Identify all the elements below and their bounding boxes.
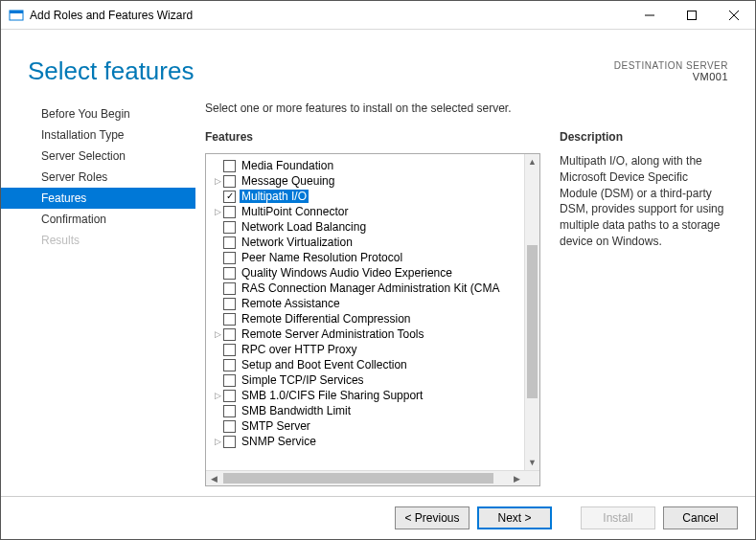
- feature-item[interactable]: ▷MultiPoint Connector: [206, 204, 524, 219]
- feature-item[interactable]: SMTP Server: [206, 418, 524, 434]
- feature-label[interactable]: Simple TCP/IP Services: [240, 373, 366, 387]
- previous-button[interactable]: < Previous: [395, 506, 470, 529]
- horizontal-scrollbar[interactable]: ◀ ▶: [206, 470, 539, 485]
- feature-checkbox[interactable]: [223, 313, 236, 326]
- feature-item[interactable]: Peer Name Resolution Protocol: [206, 250, 524, 265]
- destination-name: VM001: [614, 71, 728, 82]
- expander-icon[interactable]: ▷: [212, 207, 223, 216]
- description-heading: Description: [560, 130, 728, 144]
- vertical-scrollbar[interactable]: ▲ ▼: [524, 154, 539, 470]
- scroll-up-arrow[interactable]: ▲: [525, 154, 539, 169]
- expander-icon[interactable]: ▷: [212, 329, 223, 339]
- feature-label[interactable]: Message Queuing: [240, 174, 336, 188]
- destination-label: DESTINATION SERVER: [614, 60, 728, 71]
- description-text: Multipath I/O, along with the Microsoft …: [560, 153, 728, 250]
- horizontal-scroll-thumb[interactable]: [223, 473, 493, 484]
- feature-label[interactable]: Remote Server Administration Tools: [240, 327, 426, 341]
- feature-label[interactable]: SMB 1.0/CIFS File Sharing Support: [240, 389, 424, 402]
- feature-item[interactable]: RPC over HTTP Proxy: [206, 342, 524, 357]
- expander-icon[interactable]: ▷: [212, 176, 223, 186]
- nav-installation-type[interactable]: Installation Type: [1, 124, 195, 146]
- feature-item[interactable]: SMB Bandwidth Limit: [206, 403, 524, 418]
- feature-checkbox[interactable]: [223, 267, 236, 280]
- feature-label[interactable]: Setup and Boot Event Collection: [240, 358, 409, 371]
- maximize-button[interactable]: [671, 1, 713, 30]
- window-title: Add Roles and Features Wizard: [30, 9, 193, 22]
- feature-label[interactable]: SNMP Service: [240, 435, 318, 448]
- feature-label[interactable]: SMTP Server: [240, 419, 312, 433]
- feature-label[interactable]: Quality Windows Audio Video Experience: [240, 266, 454, 280]
- feature-item[interactable]: Network Load Balancing: [206, 219, 524, 235]
- feature-checkbox[interactable]: [223, 436, 236, 448]
- feature-label[interactable]: RAS Connection Manager Administration Ki…: [240, 281, 501, 295]
- feature-checkbox[interactable]: [223, 374, 236, 387]
- feature-label[interactable]: Peer Name Resolution Protocol: [240, 251, 404, 264]
- feature-item[interactable]: Remote Assistance: [206, 296, 524, 311]
- feature-label[interactable]: Remote Differential Compression: [240, 312, 413, 326]
- feature-item[interactable]: ▷SNMP Service: [206, 434, 524, 449]
- scroll-down-arrow[interactable]: ▼: [525, 455, 539, 470]
- expander-icon[interactable]: ▷: [212, 437, 223, 446]
- feature-label[interactable]: MultiPoint Connector: [240, 205, 350, 218]
- feature-item[interactable]: Remote Differential Compression: [206, 311, 524, 326]
- feature-label[interactable]: RPC over HTTP Proxy: [240, 343, 358, 356]
- feature-item[interactable]: RAS Connection Manager Administration Ki…: [206, 281, 524, 296]
- feature-label[interactable]: Network Load Balancing: [240, 220, 368, 234]
- feature-checkbox[interactable]: [223, 298, 236, 310]
- svg-rect-3: [688, 11, 697, 19]
- destination-server-block: DESTINATION SERVER VM001: [614, 56, 728, 82]
- feature-checkbox[interactable]: [223, 420, 236, 433]
- button-bar: < Previous Next > Install Cancel: [1, 496, 755, 539]
- feature-item[interactable]: ▷Message Queuing: [206, 173, 524, 189]
- features-tree[interactable]: Media Foundation▷Message QueuingMultipat…: [205, 153, 540, 486]
- close-button[interactable]: [713, 1, 755, 30]
- nav-server-selection[interactable]: Server Selection: [1, 146, 195, 167]
- app-icon: [9, 8, 24, 23]
- feature-label[interactable]: Network Virtualization: [240, 236, 355, 249]
- next-button[interactable]: Next >: [477, 506, 552, 529]
- scroll-left-arrow[interactable]: ◀: [206, 471, 221, 486]
- feature-item[interactable]: Media Foundation: [206, 158, 524, 173]
- feature-checkbox[interactable]: [223, 390, 236, 402]
- feature-item[interactable]: Network Virtualization: [206, 235, 524, 250]
- nav-server-roles[interactable]: Server Roles: [1, 167, 195, 188]
- expander-icon[interactable]: ▷: [212, 391, 223, 400]
- nav-results: Results: [1, 230, 195, 251]
- feature-checkbox[interactable]: [223, 236, 236, 249]
- nav-features[interactable]: Features: [1, 188, 195, 209]
- feature-checkbox[interactable]: [223, 344, 236, 356]
- nav-before-you-begin[interactable]: Before You Begin: [1, 103, 195, 124]
- feature-item[interactable]: Simple TCP/IP Services: [206, 372, 524, 388]
- feature-checkbox[interactable]: [223, 359, 236, 371]
- page-title: Select features: [28, 56, 614, 86]
- feature-label[interactable]: Media Foundation: [240, 159, 335, 172]
- nav-confirmation[interactable]: Confirmation: [1, 209, 195, 230]
- feature-checkbox[interactable]: [223, 405, 236, 417]
- feature-item[interactable]: Setup and Boot Event Collection: [206, 357, 524, 372]
- instruction-text: Select one or more features to install o…: [205, 98, 728, 130]
- minimize-button[interactable]: [629, 1, 671, 30]
- feature-checkbox[interactable]: [223, 206, 236, 218]
- feature-checkbox[interactable]: [223, 191, 236, 203]
- feature-label[interactable]: SMB Bandwidth Limit: [240, 404, 353, 417]
- install-button: Install: [581, 506, 655, 529]
- features-heading: Features: [205, 130, 540, 144]
- feature-checkbox[interactable]: [223, 328, 236, 341]
- title-bar: Add Roles and Features Wizard: [1, 1, 755, 30]
- feature-checkbox[interactable]: [223, 282, 236, 295]
- feature-item[interactable]: Multipath I/O: [206, 189, 524, 204]
- svg-rect-1: [10, 11, 23, 13]
- feature-item[interactable]: Quality Windows Audio Video Experience: [206, 265, 524, 281]
- wizard-nav: Before You Begin Installation Type Serve…: [28, 98, 195, 486]
- feature-checkbox[interactable]: [223, 252, 236, 264]
- feature-item[interactable]: ▷Remote Server Administration Tools: [206, 326, 524, 342]
- cancel-button[interactable]: Cancel: [663, 506, 738, 529]
- feature-label[interactable]: Multipath I/O: [240, 190, 309, 203]
- feature-label[interactable]: Remote Assistance: [240, 297, 342, 310]
- feature-item[interactable]: ▷SMB 1.0/CIFS File Sharing Support: [206, 388, 524, 403]
- feature-checkbox[interactable]: [223, 160, 236, 172]
- vertical-scroll-thumb[interactable]: [527, 245, 538, 398]
- scroll-right-arrow[interactable]: ▶: [509, 471, 524, 486]
- feature-checkbox[interactable]: [223, 221, 236, 234]
- feature-checkbox[interactable]: [223, 175, 236, 188]
